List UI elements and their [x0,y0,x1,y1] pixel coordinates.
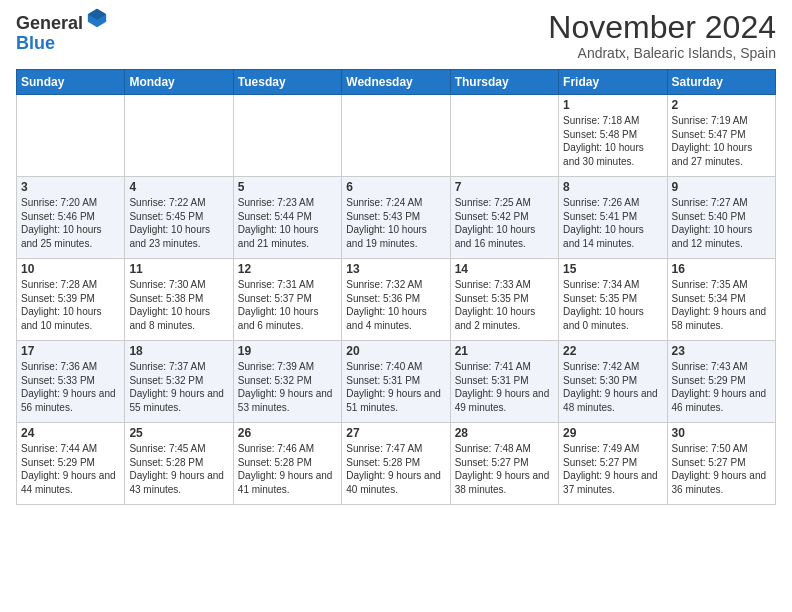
calendar-cell: 10Sunrise: 7:28 AM Sunset: 5:39 PM Dayli… [17,259,125,341]
day-info: Sunrise: 7:48 AM Sunset: 5:27 PM Dayligh… [455,442,554,496]
calendar-cell: 30Sunrise: 7:50 AM Sunset: 5:27 PM Dayli… [667,423,775,505]
day-info: Sunrise: 7:31 AM Sunset: 5:37 PM Dayligh… [238,278,337,332]
calendar-cell: 26Sunrise: 7:46 AM Sunset: 5:28 PM Dayli… [233,423,341,505]
calendar-day-header: Friday [559,70,667,95]
day-info: Sunrise: 7:25 AM Sunset: 5:42 PM Dayligh… [455,196,554,250]
calendar-cell: 22Sunrise: 7:42 AM Sunset: 5:30 PM Dayli… [559,341,667,423]
logo: General Blue [16,14,108,54]
calendar-cell: 8Sunrise: 7:26 AM Sunset: 5:41 PM Daylig… [559,177,667,259]
calendar-cell: 13Sunrise: 7:32 AM Sunset: 5:36 PM Dayli… [342,259,450,341]
day-info: Sunrise: 7:40 AM Sunset: 5:31 PM Dayligh… [346,360,445,414]
calendar-day-header: Monday [125,70,233,95]
day-info: Sunrise: 7:19 AM Sunset: 5:47 PM Dayligh… [672,114,771,168]
month-title: November 2024 [548,10,776,45]
day-info: Sunrise: 7:36 AM Sunset: 5:33 PM Dayligh… [21,360,120,414]
calendar-cell: 6Sunrise: 7:24 AM Sunset: 5:43 PM Daylig… [342,177,450,259]
day-number: 15 [563,262,662,276]
logo-icon [86,7,108,29]
day-number: 6 [346,180,445,194]
calendar-day-header: Saturday [667,70,775,95]
day-number: 11 [129,262,228,276]
day-info: Sunrise: 7:47 AM Sunset: 5:28 PM Dayligh… [346,442,445,496]
header: General Blue November 2024 Andratx, Bale… [16,10,776,61]
day-number: 13 [346,262,445,276]
day-info: Sunrise: 7:23 AM Sunset: 5:44 PM Dayligh… [238,196,337,250]
day-info: Sunrise: 7:35 AM Sunset: 5:34 PM Dayligh… [672,278,771,332]
day-info: Sunrise: 7:46 AM Sunset: 5:28 PM Dayligh… [238,442,337,496]
day-info: Sunrise: 7:45 AM Sunset: 5:28 PM Dayligh… [129,442,228,496]
day-number: 9 [672,180,771,194]
day-number: 25 [129,426,228,440]
calendar-header-row: SundayMondayTuesdayWednesdayThursdayFrid… [17,70,776,95]
day-number: 2 [672,98,771,112]
day-number: 14 [455,262,554,276]
calendar-cell: 3Sunrise: 7:20 AM Sunset: 5:46 PM Daylig… [17,177,125,259]
title-area: November 2024 Andratx, Balearic Islands,… [548,10,776,61]
day-number: 4 [129,180,228,194]
calendar-cell [450,95,558,177]
day-info: Sunrise: 7:34 AM Sunset: 5:35 PM Dayligh… [563,278,662,332]
calendar-cell: 29Sunrise: 7:49 AM Sunset: 5:27 PM Dayli… [559,423,667,505]
day-info: Sunrise: 7:18 AM Sunset: 5:48 PM Dayligh… [563,114,662,168]
calendar-week-row: 10Sunrise: 7:28 AM Sunset: 5:39 PM Dayli… [17,259,776,341]
day-info: Sunrise: 7:43 AM Sunset: 5:29 PM Dayligh… [672,360,771,414]
day-info: Sunrise: 7:49 AM Sunset: 5:27 PM Dayligh… [563,442,662,496]
day-number: 5 [238,180,337,194]
day-info: Sunrise: 7:22 AM Sunset: 5:45 PM Dayligh… [129,196,228,250]
day-number: 29 [563,426,662,440]
day-info: Sunrise: 7:24 AM Sunset: 5:43 PM Dayligh… [346,196,445,250]
calendar-cell: 18Sunrise: 7:37 AM Sunset: 5:32 PM Dayli… [125,341,233,423]
calendar-cell: 24Sunrise: 7:44 AM Sunset: 5:29 PM Dayli… [17,423,125,505]
calendar-cell: 15Sunrise: 7:34 AM Sunset: 5:35 PM Dayli… [559,259,667,341]
day-info: Sunrise: 7:42 AM Sunset: 5:30 PM Dayligh… [563,360,662,414]
day-info: Sunrise: 7:20 AM Sunset: 5:46 PM Dayligh… [21,196,120,250]
day-number: 12 [238,262,337,276]
calendar-day-header: Thursday [450,70,558,95]
calendar-week-row: 1Sunrise: 7:18 AM Sunset: 5:48 PM Daylig… [17,95,776,177]
day-number: 24 [21,426,120,440]
day-number: 8 [563,180,662,194]
day-info: Sunrise: 7:39 AM Sunset: 5:32 PM Dayligh… [238,360,337,414]
day-info: Sunrise: 7:27 AM Sunset: 5:40 PM Dayligh… [672,196,771,250]
calendar-cell: 14Sunrise: 7:33 AM Sunset: 5:35 PM Dayli… [450,259,558,341]
day-info: Sunrise: 7:41 AM Sunset: 5:31 PM Dayligh… [455,360,554,414]
calendar-cell: 5Sunrise: 7:23 AM Sunset: 5:44 PM Daylig… [233,177,341,259]
calendar-cell: 11Sunrise: 7:30 AM Sunset: 5:38 PM Dayli… [125,259,233,341]
calendar-cell: 4Sunrise: 7:22 AM Sunset: 5:45 PM Daylig… [125,177,233,259]
logo-blue: Blue [16,33,55,53]
page: General Blue November 2024 Andratx, Bale… [0,0,792,612]
calendar-week-row: 17Sunrise: 7:36 AM Sunset: 5:33 PM Dayli… [17,341,776,423]
day-number: 27 [346,426,445,440]
calendar-cell: 12Sunrise: 7:31 AM Sunset: 5:37 PM Dayli… [233,259,341,341]
calendar-day-header: Sunday [17,70,125,95]
day-info: Sunrise: 7:28 AM Sunset: 5:39 PM Dayligh… [21,278,120,332]
calendar-cell: 1Sunrise: 7:18 AM Sunset: 5:48 PM Daylig… [559,95,667,177]
calendar-cell: 17Sunrise: 7:36 AM Sunset: 5:33 PM Dayli… [17,341,125,423]
location: Andratx, Balearic Islands, Spain [548,45,776,61]
calendar-cell: 23Sunrise: 7:43 AM Sunset: 5:29 PM Dayli… [667,341,775,423]
day-number: 7 [455,180,554,194]
calendar-cell: 27Sunrise: 7:47 AM Sunset: 5:28 PM Dayli… [342,423,450,505]
day-number: 17 [21,344,120,358]
calendar-cell [17,95,125,177]
calendar-cell: 7Sunrise: 7:25 AM Sunset: 5:42 PM Daylig… [450,177,558,259]
calendar-cell: 9Sunrise: 7:27 AM Sunset: 5:40 PM Daylig… [667,177,775,259]
day-number: 16 [672,262,771,276]
calendar-table: SundayMondayTuesdayWednesdayThursdayFrid… [16,69,776,505]
day-number: 1 [563,98,662,112]
day-number: 28 [455,426,554,440]
calendar-week-row: 3Sunrise: 7:20 AM Sunset: 5:46 PM Daylig… [17,177,776,259]
calendar-day-header: Wednesday [342,70,450,95]
calendar-week-row: 24Sunrise: 7:44 AM Sunset: 5:29 PM Dayli… [17,423,776,505]
day-number: 3 [21,180,120,194]
day-info: Sunrise: 7:44 AM Sunset: 5:29 PM Dayligh… [21,442,120,496]
calendar-cell: 21Sunrise: 7:41 AM Sunset: 5:31 PM Dayli… [450,341,558,423]
day-number: 30 [672,426,771,440]
day-number: 18 [129,344,228,358]
calendar-cell [342,95,450,177]
day-number: 21 [455,344,554,358]
day-info: Sunrise: 7:50 AM Sunset: 5:27 PM Dayligh… [672,442,771,496]
day-number: 23 [672,344,771,358]
day-number: 10 [21,262,120,276]
calendar-cell: 16Sunrise: 7:35 AM Sunset: 5:34 PM Dayli… [667,259,775,341]
